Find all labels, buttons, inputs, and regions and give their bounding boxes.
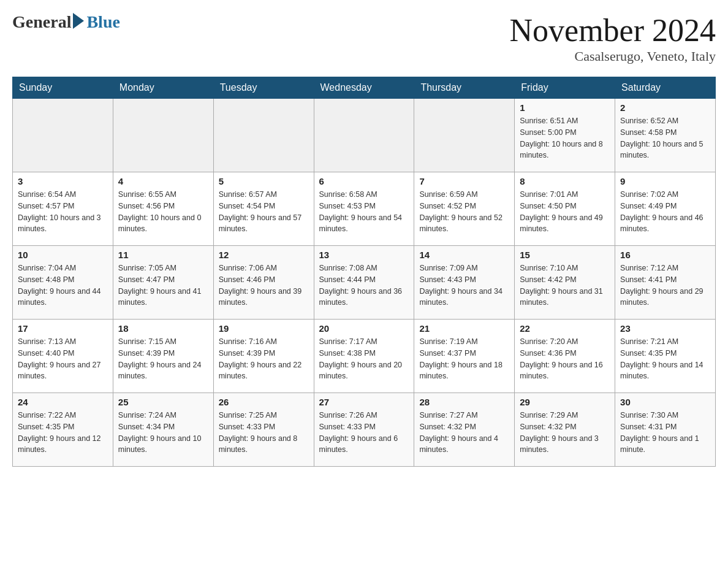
day-info: Sunrise: 6:52 AMSunset: 4:58 PMDaylight:…	[620, 115, 710, 161]
table-row: 15Sunrise: 7:10 AMSunset: 4:42 PMDayligh…	[515, 246, 615, 320]
day-info: Sunrise: 7:12 AMSunset: 4:41 PMDaylight:…	[620, 262, 710, 308]
day-info: Sunrise: 7:27 AMSunset: 4:32 PMDaylight:…	[419, 410, 509, 456]
day-info: Sunrise: 7:22 AMSunset: 4:35 PMDaylight:…	[18, 410, 108, 456]
day-number: 15	[520, 250, 610, 260]
table-row: 1Sunrise: 6:51 AMSunset: 5:00 PMDaylight…	[515, 99, 615, 172]
day-info: Sunrise: 7:21 AMSunset: 4:35 PMDaylight:…	[620, 336, 710, 382]
table-row: 13Sunrise: 7:08 AMSunset: 4:44 PMDayligh…	[314, 246, 414, 320]
day-info: Sunrise: 7:02 AMSunset: 4:49 PMDaylight:…	[620, 189, 710, 235]
header-wednesday: Wednesday	[314, 77, 414, 99]
table-row: 26Sunrise: 7:25 AMSunset: 4:33 PMDayligh…	[213, 393, 314, 467]
table-row: 17Sunrise: 7:13 AMSunset: 4:40 PMDayligh…	[13, 320, 113, 393]
table-row: 30Sunrise: 7:30 AMSunset: 4:31 PMDayligh…	[615, 393, 716, 467]
day-info: Sunrise: 7:16 AMSunset: 4:39 PMDaylight:…	[219, 336, 309, 382]
day-info: Sunrise: 7:19 AMSunset: 4:37 PMDaylight:…	[419, 336, 509, 382]
location-text: Casalserugo, Veneto, Italy	[510, 48, 716, 64]
calendar-week-4: 17Sunrise: 7:13 AMSunset: 4:40 PMDayligh…	[13, 320, 716, 393]
day-number: 30	[620, 397, 710, 407]
day-info: Sunrise: 7:30 AMSunset: 4:31 PMDaylight:…	[620, 410, 710, 456]
day-number: 5	[219, 176, 309, 186]
table-row: 22Sunrise: 7:20 AMSunset: 4:36 PMDayligh…	[515, 320, 615, 393]
day-number: 13	[319, 250, 409, 260]
day-number: 26	[219, 397, 309, 407]
day-number: 27	[319, 397, 409, 407]
day-number: 12	[219, 250, 309, 260]
table-row: 5Sunrise: 6:57 AMSunset: 4:54 PMDaylight…	[213, 172, 314, 246]
table-row: 12Sunrise: 7:06 AMSunset: 4:46 PMDayligh…	[213, 246, 314, 320]
table-row	[113, 99, 213, 172]
day-number: 2	[620, 102, 710, 113]
day-number: 28	[419, 397, 509, 407]
table-row: 9Sunrise: 7:02 AMSunset: 4:49 PMDaylight…	[615, 172, 716, 246]
table-row	[314, 99, 414, 172]
day-number: 22	[520, 323, 610, 334]
calendar-week-5: 24Sunrise: 7:22 AMSunset: 4:35 PMDayligh…	[13, 393, 716, 467]
day-info: Sunrise: 7:17 AMSunset: 4:38 PMDaylight:…	[319, 336, 409, 382]
day-info: Sunrise: 7:09 AMSunset: 4:43 PMDaylight:…	[419, 262, 509, 308]
header-monday: Monday	[113, 77, 213, 99]
day-number: 24	[18, 397, 108, 407]
day-number: 29	[520, 397, 610, 407]
day-number: 17	[18, 323, 108, 334]
day-info: Sunrise: 7:01 AMSunset: 4:50 PMDaylight:…	[520, 189, 610, 235]
header-saturday: Saturday	[615, 77, 716, 99]
table-row	[13, 99, 113, 172]
day-number: 6	[319, 176, 409, 186]
calendar-week-1: 1Sunrise: 6:51 AMSunset: 5:00 PMDaylight…	[13, 99, 716, 172]
day-number: 3	[18, 176, 108, 186]
title-section: November 2024 Casalserugo, Veneto, Italy	[510, 12, 716, 64]
table-row: 29Sunrise: 7:29 AMSunset: 4:32 PMDayligh…	[515, 393, 615, 467]
header-thursday: Thursday	[414, 77, 515, 99]
table-row: 27Sunrise: 7:26 AMSunset: 4:33 PMDayligh…	[314, 393, 414, 467]
day-info: Sunrise: 7:20 AMSunset: 4:36 PMDaylight:…	[520, 336, 610, 382]
calendar-week-2: 3Sunrise: 6:54 AMSunset: 4:57 PMDaylight…	[13, 172, 716, 246]
day-info: Sunrise: 7:26 AMSunset: 4:33 PMDaylight:…	[319, 410, 409, 456]
logo-general-text: General	[12, 12, 71, 32]
day-number: 10	[18, 250, 108, 260]
day-info: Sunrise: 7:05 AMSunset: 4:47 PMDaylight:…	[118, 262, 208, 308]
month-title: November 2024	[510, 12, 716, 48]
table-row: 24Sunrise: 7:22 AMSunset: 4:35 PMDayligh…	[13, 393, 113, 467]
day-number: 11	[118, 250, 208, 260]
day-number: 14	[419, 250, 509, 260]
day-number: 18	[118, 323, 208, 334]
table-row: 10Sunrise: 7:04 AMSunset: 4:48 PMDayligh…	[13, 246, 113, 320]
day-info: Sunrise: 6:55 AMSunset: 4:56 PMDaylight:…	[118, 189, 208, 235]
day-info: Sunrise: 6:54 AMSunset: 4:57 PMDaylight:…	[18, 189, 108, 235]
day-info: Sunrise: 7:15 AMSunset: 4:39 PMDaylight:…	[118, 336, 208, 382]
day-number: 23	[620, 323, 710, 334]
day-info: Sunrise: 7:13 AMSunset: 4:40 PMDaylight:…	[18, 336, 108, 382]
table-row: 6Sunrise: 6:58 AMSunset: 4:53 PMDaylight…	[314, 172, 414, 246]
day-info: Sunrise: 7:25 AMSunset: 4:33 PMDaylight:…	[219, 410, 309, 456]
day-info: Sunrise: 6:59 AMSunset: 4:52 PMDaylight:…	[419, 189, 509, 235]
day-info: Sunrise: 6:51 AMSunset: 5:00 PMDaylight:…	[520, 115, 610, 161]
table-row: 28Sunrise: 7:27 AMSunset: 4:32 PMDayligh…	[414, 393, 515, 467]
table-row: 19Sunrise: 7:16 AMSunset: 4:39 PMDayligh…	[213, 320, 314, 393]
table-row: 20Sunrise: 7:17 AMSunset: 4:38 PMDayligh…	[314, 320, 414, 393]
table-row: 3Sunrise: 6:54 AMSunset: 4:57 PMDaylight…	[13, 172, 113, 246]
day-number: 16	[620, 250, 710, 260]
day-info: Sunrise: 6:58 AMSunset: 4:53 PMDaylight:…	[319, 189, 409, 235]
day-number: 1	[520, 102, 610, 113]
table-row: 18Sunrise: 7:15 AMSunset: 4:39 PMDayligh…	[113, 320, 213, 393]
table-row	[213, 99, 314, 172]
table-row: 16Sunrise: 7:12 AMSunset: 4:41 PMDayligh…	[615, 246, 716, 320]
page-header: General Blue November 2024 Casalserugo, …	[12, 12, 716, 64]
table-row: 2Sunrise: 6:52 AMSunset: 4:58 PMDaylight…	[615, 99, 716, 172]
day-number: 8	[520, 176, 610, 186]
day-info: Sunrise: 7:10 AMSunset: 4:42 PMDaylight:…	[520, 262, 610, 308]
table-row: 25Sunrise: 7:24 AMSunset: 4:34 PMDayligh…	[113, 393, 213, 467]
day-info: Sunrise: 7:06 AMSunset: 4:46 PMDaylight:…	[219, 262, 309, 308]
table-row: 21Sunrise: 7:19 AMSunset: 4:37 PMDayligh…	[414, 320, 515, 393]
day-info: Sunrise: 7:29 AMSunset: 4:32 PMDaylight:…	[520, 410, 610, 456]
calendar-header-row: Sunday Monday Tuesday Wednesday Thursday…	[13, 77, 716, 99]
calendar-week-3: 10Sunrise: 7:04 AMSunset: 4:48 PMDayligh…	[13, 246, 716, 320]
table-row: 11Sunrise: 7:05 AMSunset: 4:47 PMDayligh…	[113, 246, 213, 320]
table-row	[414, 99, 515, 172]
day-number: 19	[219, 323, 309, 334]
table-row: 23Sunrise: 7:21 AMSunset: 4:35 PMDayligh…	[615, 320, 716, 393]
table-row: 4Sunrise: 6:55 AMSunset: 4:56 PMDaylight…	[113, 172, 213, 246]
header-tuesday: Tuesday	[213, 77, 314, 99]
day-number: 7	[419, 176, 509, 186]
logo-blue-text: Blue	[86, 12, 119, 32]
